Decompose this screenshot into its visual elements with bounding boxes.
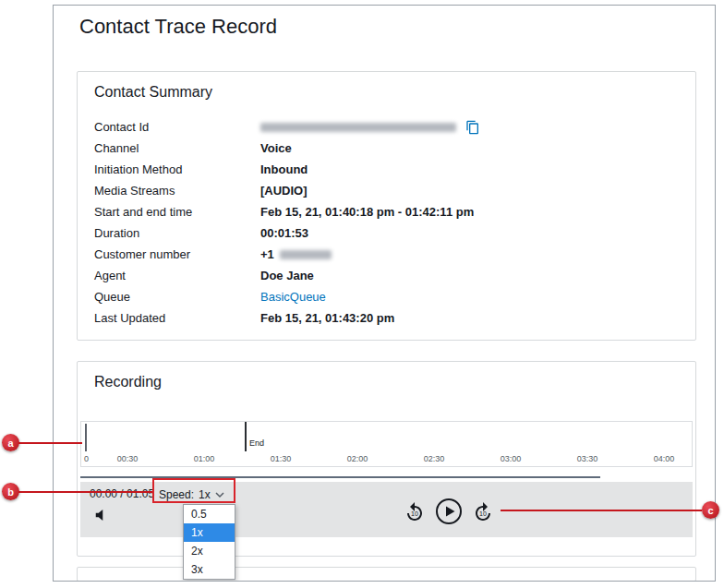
speed-options-popup: 0.5 1x 2x 3x [183, 504, 235, 580]
copy-button[interactable] [465, 120, 480, 135]
field-value: Feb 15, 21, 01:40:18 pm - 01:42:11 pm [260, 205, 474, 219]
field-row-duration: Duration 00:01:53 [94, 222, 679, 244]
speaker-icon [92, 507, 109, 523]
timeline-tick: 01:30 [271, 454, 292, 463]
field-row-customer-number: Customer number +1 [94, 244, 679, 265]
field-row-start-end-time: Start and end time Feb 15, 21, 01:40:18 … [94, 201, 679, 222]
speed-option-1x[interactable]: 1x [184, 523, 235, 542]
field-label: Duration [94, 226, 260, 240]
field-label: Channel [94, 141, 260, 155]
timeline-tick: 04:00 [654, 454, 675, 463]
redacted-contact-id [260, 123, 456, 132]
speed-option-2x[interactable]: 2x [184, 542, 235, 560]
timeline-tick: 02:00 [347, 454, 368, 463]
svg-text:10: 10 [479, 510, 487, 517]
speed-highlight-box [152, 478, 235, 503]
field-row-initiation-method: Initiation Method Inbound [94, 159, 679, 180]
field-row-agent: Agent Doe Jane [94, 265, 679, 286]
queue-link[interactable]: BasicQueue [260, 290, 326, 304]
field-label: Customer number [94, 247, 260, 261]
callout-a: a [2, 434, 19, 451]
contact-summary-fields: Contact Id Channel Voice Initiation Met [94, 116, 679, 329]
field-row-contact-id: Contact Id [94, 116, 679, 138]
recording-heading: Recording [94, 374, 162, 390]
field-label: Agent [94, 269, 260, 282]
rewind-10-button[interactable]: 10 [404, 501, 426, 523]
field-label: Start and end time [94, 205, 260, 219]
field-label: Media Streams [94, 184, 260, 198]
page-title: Contact Trace Record [79, 15, 277, 39]
mute-button[interactable] [91, 507, 110, 523]
timeline-tick: 03:30 [577, 454, 598, 463]
timeline-tick: 02:30 [424, 454, 445, 463]
svg-text:10: 10 [411, 510, 418, 517]
field-label: Last Updated [94, 311, 260, 325]
playhead-marker[interactable] [85, 424, 87, 451]
field-label: Initiation Method [94, 162, 260, 176]
field-value: +1 [260, 247, 332, 261]
customer-number-prefix: +1 [260, 247, 274, 261]
field-value: Inbound [260, 162, 308, 176]
play-button[interactable] [435, 498, 463, 525]
timeline-tick: 00:30 [117, 454, 139, 463]
field-value: Voice [260, 141, 292, 155]
callout-b-line [18, 491, 152, 493]
rewind-10-icon: 10 [404, 501, 426, 523]
callout-c-line [501, 510, 702, 511]
contact-summary-heading: Contact Summary [94, 84, 212, 101]
end-marker-label: End [249, 438, 264, 448]
field-label: Queue [94, 290, 260, 304]
field-row-media-streams: Media Streams [AUDIO] [94, 180, 679, 201]
field-value [260, 120, 480, 135]
redacted-phone-number [280, 250, 332, 259]
forward-10-button[interactable]: 10 [472, 501, 494, 523]
speed-option-3x[interactable]: 3x [184, 560, 235, 579]
copy-icon [465, 120, 480, 135]
field-row-channel: Channel Voice [94, 138, 679, 159]
timeline-tick: 01:00 [194, 454, 215, 463]
field-label: Contact Id [94, 120, 260, 134]
callout-c: c [702, 501, 719, 519]
timeline-tick: 0 [84, 454, 89, 463]
time-display: 00:00 / 01:05 [90, 487, 154, 500]
play-icon [435, 498, 463, 525]
field-value: 00:01:53 [260, 226, 308, 240]
end-marker [245, 422, 247, 451]
timeline-tick: 03:00 [501, 454, 522, 463]
field-value: Feb 15, 21, 01:43:20 pm [260, 311, 394, 325]
recording-timeline[interactable]: End 0 00:30 01:00 01:30 02:00 02:30 03:0… [80, 421, 693, 467]
field-row-queue: Queue BasicQueue [94, 286, 679, 307]
callout-a-line [18, 442, 82, 444]
speed-option-0.5[interactable]: 0.5 [184, 505, 235, 523]
callout-b: b [2, 483, 19, 500]
recording-card: Recording End 0 00:30 01:00 01:30 02:00 … [77, 361, 696, 557]
field-row-last-updated: Last Updated Feb 15, 21, 01:43:20 pm [94, 307, 679, 329]
field-value: [AUDIO] [260, 184, 308, 198]
forward-10-icon: 10 [472, 501, 494, 523]
field-value: Doe Jane [260, 269, 314, 282]
next-section-card [77, 567, 696, 582]
contact-summary-card: Contact Summary Contact Id Channel Voice [77, 71, 696, 341]
